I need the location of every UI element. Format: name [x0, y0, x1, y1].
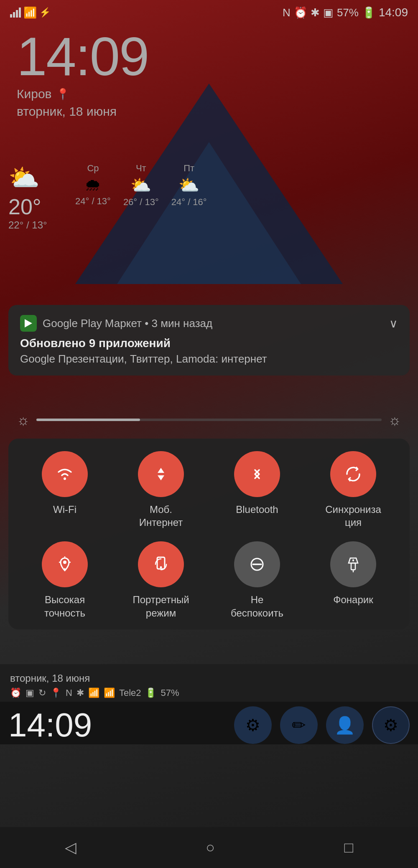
brightness-track[interactable] — [36, 419, 382, 421]
qs-row-1: Wi-Fi Моб.Интернет Bluetooth — [17, 451, 401, 529]
sync-toggle[interactable] — [330, 451, 376, 497]
weather-today-icon: ⛅ — [8, 163, 67, 193]
svg-rect-12 — [351, 563, 355, 570]
forecast-day-2: Пт ⛅ 24° / 16° — [171, 163, 207, 208]
dnd-toggle[interactable] — [234, 541, 280, 587]
notif-expand-icon[interactable]: ∨ — [389, 317, 398, 330]
svg-marker-0 — [25, 319, 32, 327]
notif-title: Обновлено 9 приложений — [20, 337, 398, 350]
battery-notif-icon: 🔋 — [145, 688, 156, 698]
forecast-icon-2: ⛅ — [178, 175, 199, 195]
mobile-data-toggle[interactable] — [138, 451, 184, 497]
weather-today: ⛅ 20° 22° / 13° — [8, 163, 67, 231]
wifi-toggle[interactable] — [42, 451, 88, 497]
svg-point-2 — [63, 561, 66, 564]
weather-today-range: 22° / 13° — [8, 219, 67, 231]
brightness-bar[interactable]: ☼ ☼ — [8, 405, 410, 434]
battery-icon: 🔋 — [362, 6, 375, 19]
notif-header: Google Play Маркет • 3 мин назад ∨ — [20, 315, 398, 332]
bottom-notif-bar: вторник, 18 июня ⏰ ▣ ↻ 📍 N ✱ 📶 📶 Tele2 🔋… — [0, 664, 418, 705]
nav-bar: ◁ ○ □ — [0, 827, 418, 868]
qs-row-2: Высокаяточность Портретныйрежим — [17, 541, 401, 619]
notif-body: Google Презентации, Твиттер, Lamoda: инт… — [20, 353, 398, 365]
clock-status: 14:09 — [379, 6, 408, 19]
dock-person[interactable]: 👤 — [326, 706, 364, 744]
dnd-label: Небеспокоить — [231, 593, 283, 619]
notif-app-icon — [20, 315, 37, 332]
forecast-range-0: 24° / 13° — [75, 196, 111, 207]
qs-location: Высокаяточность — [31, 541, 98, 619]
carrier-notif: Tele2 — [119, 688, 141, 698]
bluetooth-label: Bluetooth — [236, 503, 278, 516]
dock-edit[interactable]: ✏ — [280, 706, 318, 744]
wifi-label: Wi-Fi — [53, 503, 76, 516]
signal-icon — [10, 8, 21, 18]
bluetooth-status-icon: ✱ — [311, 6, 320, 19]
bluetooth-toggle[interactable] — [234, 451, 280, 497]
bt-notif-icon: ✱ — [76, 688, 84, 698]
forecast-icon-1: ⛅ — [130, 175, 151, 195]
main-clock: 14:09 — [17, 29, 148, 84]
forecast-day-name-1: Чт — [136, 163, 146, 174]
date-text: вторник, 18 июня — [17, 104, 148, 119]
weather-today-temp: 20° — [8, 194, 67, 219]
qs-flashlight: Фонарик — [320, 541, 387, 619]
brightness-low-icon: ☼ — [17, 412, 30, 428]
clock-area: 14:09 Киров 📍 вторник, 18 июня — [17, 29, 148, 119]
battery-percent: 57% — [337, 6, 359, 19]
battery-notif-pct: 57% — [161, 688, 179, 698]
forecast-range-2: 24° / 16° — [171, 197, 207, 208]
forecast-icon-0: 🌧 — [84, 175, 101, 194]
dock-clock: 14:09 — [8, 706, 100, 744]
sim-notif-icon: ▣ — [25, 688, 34, 698]
bottom-notif-date: вторник, 18 июня — [10, 673, 408, 684]
bottom-notif-icons: ⏰ ▣ ↻ 📍 N ✱ 📶 📶 Tele2 🔋 57% — [10, 688, 408, 698]
nfc-notif-icon: N — [66, 688, 72, 698]
weather-forecast: Ср 🌧 24° / 13° Чт ⛅ 26° / 13° Пт ⛅ 24° /… — [75, 163, 207, 208]
bottom-dock: 14:09 ⚙ ✏ 👤 ⚙ — [0, 702, 418, 744]
notif-header-left: Google Play Маркет • 3 мин назад — [20, 315, 212, 332]
dock-settings1[interactable]: ⚙ — [234, 706, 272, 744]
notif-app-name: Google Play Маркет • 3 мин назад — [43, 317, 212, 330]
forecast-day-0: Ср 🌧 24° / 13° — [75, 163, 111, 207]
status-bar: 📶 ⚡ N ⏰ ✱ ▣ 57% 🔋 14:09 — [0, 0, 418, 25]
svg-point-1 — [64, 477, 66, 480]
qs-portrait: Портретныйрежим — [127, 541, 194, 619]
nfc-icon: N — [283, 6, 291, 19]
signal-notif-icon: 📶 — [104, 688, 115, 698]
nav-back-button[interactable]: ◁ — [48, 832, 93, 863]
unknown-status-icon: ⚡ — [39, 7, 51, 18]
portrait-label: Портретныйрежим — [133, 593, 189, 619]
quick-settings-panel: Wi-Fi Моб.Интернет Bluetooth — [8, 439, 410, 629]
flashlight-label: Фонарик — [333, 593, 373, 606]
qs-sync: Синхронизация — [320, 451, 387, 529]
portrait-toggle[interactable] — [138, 541, 184, 587]
forecast-day-name-0: Ср — [87, 163, 99, 174]
status-left: 📶 ⚡ — [10, 6, 51, 19]
sync-label: Синхронизация — [325, 503, 381, 529]
alarm-icon: ⏰ — [294, 6, 307, 19]
dock-icon-row: ⚙ ✏ 👤 ⚙ — [111, 706, 410, 744]
sync-notif-icon: ↻ — [38, 688, 46, 698]
forecast-day-name-2: Пт — [184, 163, 194, 174]
forecast-range-1: 26° / 13° — [123, 197, 159, 208]
qs-mobile-data: Моб.Интернет — [127, 451, 194, 529]
qs-dnd: Небеспокоить — [224, 541, 291, 619]
svg-point-8 — [160, 566, 162, 569]
flashlight-toggle[interactable] — [330, 541, 376, 587]
brightness-fill — [36, 419, 140, 421]
qs-bluetooth: Bluetooth — [224, 451, 291, 529]
pin-notif-icon: 📍 — [50, 688, 61, 698]
nav-recent-button[interactable]: □ — [328, 832, 370, 863]
nav-home-button[interactable]: ○ — [189, 832, 232, 863]
dock-settings2[interactable]: ⚙ — [372, 706, 410, 744]
notification-panel: Google Play Маркет • 3 мин назад ∨ Обнов… — [8, 305, 410, 376]
sim-icon: ▣ — [323, 6, 334, 19]
wifi-status-icon: 📶 — [23, 6, 37, 19]
city-name: Киров — [17, 87, 52, 101]
mobile-data-label: Моб.Интернет — [139, 503, 183, 529]
qs-wifi: Wi-Fi — [31, 451, 98, 529]
location-toggle[interactable] — [42, 541, 88, 587]
forecast-day-1: Чт ⛅ 26° / 13° — [123, 163, 159, 208]
city-row: Киров 📍 — [17, 87, 148, 101]
